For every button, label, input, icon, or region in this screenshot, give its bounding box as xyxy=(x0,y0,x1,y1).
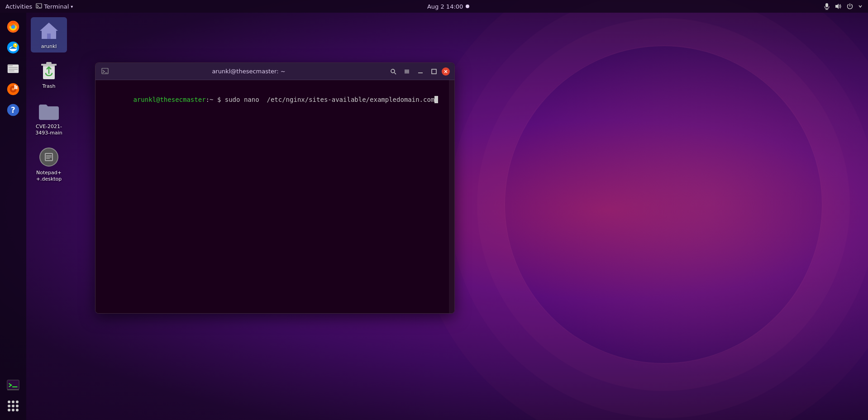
terminal-close-button[interactable] xyxy=(442,67,450,76)
dock: ? xyxy=(0,13,26,420)
dock-item-files[interactable] xyxy=(4,59,23,78)
maximize-icon xyxy=(431,68,437,75)
svg-point-35 xyxy=(16,409,19,411)
terminal-window: arunkl@thesecmaster: ~ xyxy=(95,62,455,314)
terminal-scrollbar[interactable] xyxy=(449,80,454,314)
terminal-embed-icon xyxy=(100,67,110,76)
svg-point-34 xyxy=(12,409,14,411)
svg-rect-20 xyxy=(14,85,16,89)
notification-dot xyxy=(466,5,469,8)
grid-icon xyxy=(6,399,20,413)
dock-item-rhythmbox[interactable] xyxy=(4,80,23,99)
svg-point-29 xyxy=(16,401,19,403)
svg-rect-56 xyxy=(432,69,436,74)
tray-chevron-icon[interactable] xyxy=(858,4,863,9)
svg-rect-14 xyxy=(9,67,18,68)
desktop-icon-notepad[interactable]: Notepad++.desktop xyxy=(31,143,67,186)
terminal-titlebar-left xyxy=(100,67,110,76)
svg-rect-15 xyxy=(9,69,18,70)
terminal-command-line: arunkl@thesecmaster:~ $ sudo nano /etc/n… xyxy=(103,86,447,113)
svg-point-33 xyxy=(8,409,10,411)
terminal-content[interactable]: arunkl@thesecmaster:~ $ sudo nano /etc/n… xyxy=(95,80,454,313)
terminal-titlebar-right xyxy=(387,66,450,77)
show-apps-button[interactable] xyxy=(4,396,23,415)
svg-rect-26 xyxy=(7,389,19,390)
terminal-maximize-button[interactable] xyxy=(428,66,440,77)
trash-icon xyxy=(38,60,60,81)
terminal-title: arunkl@thesecmaster: ~ xyxy=(110,68,387,75)
notepad-icon-label: Notepad++.desktop xyxy=(36,170,62,183)
close-icon xyxy=(444,69,448,74)
microphone-icon[interactable] xyxy=(824,3,830,10)
svg-rect-21 xyxy=(16,86,18,89)
desktop-icons-area: arunkl Trash xyxy=(26,13,72,190)
terminal-menu[interactable]: Terminal ▾ xyxy=(36,3,73,10)
prompt-path: :~ xyxy=(206,96,214,103)
home-folder-icon xyxy=(38,20,60,42)
terminal-search-button[interactable] xyxy=(387,66,399,77)
topbar-right xyxy=(824,3,863,10)
svg-line-51 xyxy=(395,72,396,74)
svg-point-28 xyxy=(12,401,14,403)
datetime-label: Aug 2 14:00 xyxy=(427,3,463,10)
activities-button[interactable]: Activities xyxy=(5,3,32,10)
home-icon-label: arunkl xyxy=(41,43,57,50)
prompt-dollar: $ xyxy=(213,96,224,103)
svg-rect-13 xyxy=(8,65,13,67)
terminal-cursor xyxy=(434,96,438,103)
svg-point-31 xyxy=(12,405,14,407)
terminal-menu-button[interactable] xyxy=(401,66,413,77)
desktop-icon-trash[interactable]: Trash xyxy=(31,57,67,92)
terminal-menu-label: Terminal xyxy=(44,3,69,10)
dock-item-terminal[interactable] xyxy=(4,376,23,395)
svg-point-30 xyxy=(8,405,10,407)
prompt-user: arunkl@thesecmaster xyxy=(133,96,205,103)
svg-rect-41 xyxy=(46,62,52,64)
trash-icon-label: Trash xyxy=(42,83,55,90)
terminal-icon xyxy=(36,3,42,10)
search-icon xyxy=(390,68,396,75)
cve-icon-label: CVE-2021-3493-main xyxy=(33,124,65,137)
svg-point-50 xyxy=(391,69,395,73)
terminal-command-text: sudo nano /etc/nginx/sites-available/exa… xyxy=(225,96,435,103)
svg-point-19 xyxy=(12,88,14,91)
dock-item-thunderbird[interactable] xyxy=(4,38,23,57)
desktop-icon-home[interactable]: arunkl xyxy=(31,17,67,52)
terminal-minimize-button[interactable] xyxy=(415,66,426,77)
topbar-center: Aug 2 14:00 xyxy=(427,3,469,10)
dock-item-help[interactable]: ? xyxy=(4,100,23,119)
volume-icon[interactable] xyxy=(835,3,842,10)
terminal-menu-chevron: ▾ xyxy=(71,4,73,9)
desktop: Activities Terminal ▾ Aug 2 14:00 xyxy=(0,0,868,420)
hamburger-icon xyxy=(404,68,410,75)
notepad-icon xyxy=(38,146,60,168)
svg-rect-2 xyxy=(825,3,828,7)
svg-marker-5 xyxy=(835,4,839,9)
svg-text:?: ? xyxy=(11,105,15,115)
cve-folder-icon xyxy=(38,100,60,122)
svg-rect-16 xyxy=(9,71,14,72)
topbar: Activities Terminal ▾ Aug 2 14:00 xyxy=(0,0,868,13)
power-icon[interactable] xyxy=(846,3,854,10)
svg-point-27 xyxy=(8,401,10,403)
dock-item-firefox[interactable] xyxy=(4,17,23,36)
topbar-left: Activities Terminal ▾ xyxy=(5,3,73,10)
svg-rect-24 xyxy=(7,380,19,390)
svg-point-32 xyxy=(16,405,19,407)
desktop-icon-cve[interactable]: CVE-2021-3493-main xyxy=(31,97,67,139)
terminal-titlebar: arunkl@thesecmaster: ~ xyxy=(95,63,454,80)
minimize-icon xyxy=(417,68,424,75)
svg-rect-37 xyxy=(47,33,51,39)
